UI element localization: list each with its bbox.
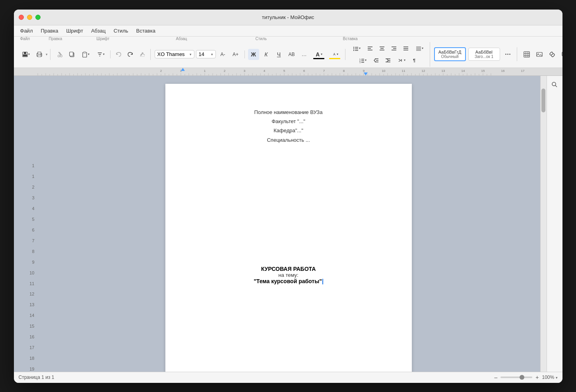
paragraph-row2: 1.2.3. ▾ ▾ ¶ [355, 55, 421, 66]
font-size-selector[interactable]: 14 ▾ [196, 50, 216, 58]
file-section: ▾ ▾ [16, 49, 50, 60]
align-justify-button[interactable] [400, 43, 411, 54]
italic-label: К [264, 51, 268, 58]
increase-font-button[interactable]: A+ [230, 49, 241, 60]
style-heading1-card[interactable]: АаБбВвI Заго...ок 1 [468, 48, 500, 61]
style-heading1-label: Заго...ок 1 [472, 54, 496, 59]
minimize-button[interactable] [27, 15, 32, 20]
traffic-lights [19, 15, 41, 20]
line-number-34: 17 [29, 345, 34, 350]
insert-link-button[interactable] [547, 49, 558, 60]
font-dropdown-icon: ▾ [190, 52, 192, 56]
insert-comment-button[interactable] [559, 49, 562, 60]
cut-button[interactable] [54, 49, 66, 60]
svg-text:¶: ¶ [413, 58, 415, 63]
format-button[interactable]: ▾ [93, 49, 108, 60]
svg-text:7: 7 [323, 69, 324, 73]
align-left-button[interactable] [365, 43, 376, 54]
show-formatting-button[interactable]: ¶ [409, 55, 421, 66]
insert-image-button[interactable] [534, 49, 545, 60]
font-selector[interactable]: XO Thames ▾ [155, 50, 194, 58]
numbered-list-button[interactable]: 1.2.3. ▾ [355, 55, 370, 66]
line-number-28: 14 [29, 313, 34, 318]
underline-button[interactable]: Ч [273, 49, 285, 60]
tab-button[interactable]: ▾ [394, 55, 409, 66]
scrollbar[interactable] [540, 76, 547, 372]
toolbar-row: ▾ ▾ [14, 41, 562, 68]
svg-text:A: A [316, 51, 320, 57]
decrease-font-button[interactable]: A- [217, 49, 229, 60]
zoom-level[interactable]: 100% ▾ [542, 375, 557, 380]
menu-edit[interactable]: Правка [37, 27, 61, 35]
zoom-slider[interactable] [500, 377, 532, 378]
paragraph-row1: ▾ ▾ [349, 43, 427, 54]
allcaps-button[interactable]: АВ [286, 49, 297, 60]
search-button[interactable] [549, 79, 560, 90]
zoom-plus[interactable]: + [535, 374, 539, 380]
page-middle: КУРСОВАЯ РАБОТА на тему: "Тема курсовой … [197, 145, 380, 371]
document-area[interactable]: Полное наименование ВУЗа Факультет "..."… [37, 76, 540, 372]
svg-point-200 [552, 82, 556, 86]
bold-label: Ж [251, 51, 256, 58]
right-panel [547, 76, 562, 372]
line-number-32: 16 [29, 334, 34, 340]
insert-label: Вставка [343, 37, 559, 41]
highlight-button[interactable]: ▾ [328, 49, 342, 60]
align-right-button[interactable] [388, 43, 400, 54]
ruler: 2 1 1 2 3 4 5 6 7 8 9 10 11 12 13 14 15 … [14, 68, 562, 76]
scrollbar-thumb[interactable] [541, 89, 545, 112]
align-center-button[interactable] [376, 43, 388, 54]
paste-button[interactable]: ▾ [78, 49, 93, 60]
italic-button[interactable]: К [261, 49, 272, 60]
course-work-sub: на тему: [254, 272, 323, 278]
menu-paragraph[interactable]: Абзац [88, 27, 109, 35]
page-content: Полное наименование ВУЗа Факультет "..."… [197, 108, 380, 372]
svg-point-16 [353, 46, 354, 47]
style-section: АаБбВвГгД Обычный АаБбВвI Заго...ок 1 [431, 47, 517, 61]
indent-decrease-button[interactable] [370, 55, 382, 66]
indent-increase-button[interactable] [382, 55, 394, 66]
menu-bar: Файл Правка Шрифт Абзац Стиль Вставка [14, 25, 562, 37]
line-number-12: 6 [32, 227, 34, 232]
maximize-button[interactable] [35, 15, 41, 20]
line-number-30: 15 [29, 324, 34, 329]
document-page[interactable]: Полное наименование ВУЗа Факультет "..."… [165, 84, 412, 372]
close-button[interactable] [19, 15, 24, 20]
list-button[interactable]: ▾ [349, 43, 364, 54]
svg-point-7 [58, 55, 60, 57]
decrease-font-label: A- [221, 52, 225, 57]
style-normal-text: АаБбВвГгД [438, 50, 462, 54]
bold-button[interactable]: Ж [248, 49, 259, 60]
print-button[interactable] [34, 49, 45, 60]
zoom-thumb[interactable] [520, 375, 524, 380]
line-spacing-button[interactable]: ▾ [412, 43, 427, 54]
save-button[interactable]: ▾ [19, 49, 33, 60]
redo-button[interactable] [125, 49, 136, 60]
svg-text:1: 1 [204, 69, 205, 73]
font-color-button[interactable]: A ▾ [312, 49, 326, 60]
style-normal-card[interactable]: АаБбВвГгД Обычный [434, 47, 466, 61]
menu-file[interactable]: Файл [17, 27, 36, 35]
line-number-1: 1 [32, 163, 34, 168]
edit-section: ▾ ▾ [51, 49, 151, 60]
zoom-minus[interactable]: – [494, 374, 497, 380]
more-styles-button[interactable] [502, 49, 514, 60]
svg-text:15: 15 [481, 69, 485, 73]
style-normal-label: Обычный [438, 54, 462, 59]
svg-rect-1 [24, 52, 26, 54]
line-number-36: 18 [29, 355, 34, 361]
svg-rect-60 [562, 52, 562, 56]
copy-button[interactable] [66, 49, 78, 60]
menu-insert[interactable]: Вставка [133, 27, 159, 35]
svg-point-6 [41, 54, 41, 55]
more-formatting-button[interactable]: … [299, 49, 310, 60]
insert-table-button[interactable] [521, 49, 532, 60]
svg-text:14: 14 [461, 69, 465, 73]
page-info: Страница 1 из 1 [19, 375, 54, 380]
undo-button[interactable] [113, 49, 124, 60]
clear-format-button[interactable] [137, 49, 148, 60]
zoom-dropdown-icon: ▾ [556, 376, 558, 380]
menu-style[interactable]: Стиль [111, 27, 132, 35]
menu-font[interactable]: Шрифт [63, 27, 86, 35]
line-number-20: 10 [29, 270, 34, 275]
